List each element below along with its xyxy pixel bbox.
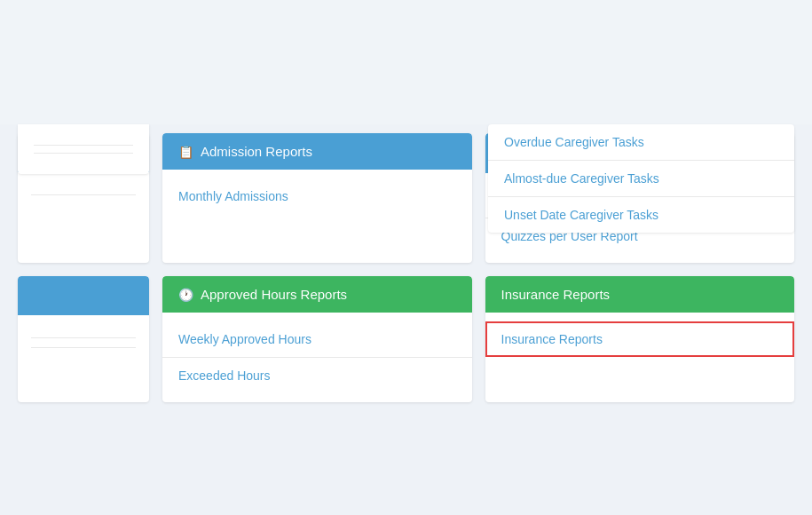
exceeded-hours-link[interactable]: Exceeded Hours [162,358,472,393]
weekly-approved-hours-link[interactable]: Weekly Approved Hours [162,321,472,358]
clock-icon [178,287,193,302]
unset-date-caregiver-tasks-link[interactable]: Unset Date Caregiver Tasks [488,197,794,233]
insurance-reports-header: Insurance Reports [485,276,795,313]
monthly-admissions-link[interactable]: Monthly Admissions [162,178,472,214]
admission-reports-card: Admission Reports Monthly Admissions [162,133,472,263]
approved-hours-body: Weekly Approved Hours Exceeded Hours [162,313,472,402]
divider [31,337,136,338]
page-wrapper: Overdue Caregiver Tasks Almost-due Careg… [0,124,812,515]
insurance-reports-card: Insurance Reports Insurance Reports [485,276,795,402]
top-left-card [18,124,149,174]
partial-header-2 [18,276,149,315]
approved-hours-card: Approved Hours Reports Weekly Approved H… [162,276,472,402]
top-right-card: Overdue Caregiver Tasks Almost-due Careg… [488,124,794,233]
divider [34,145,133,146]
insurance-reports-title: Insurance Reports [501,287,611,302]
approved-hours-title: Approved Hours Reports [201,287,347,302]
left-partial-card-2 [18,276,149,402]
top-left-card-body [18,124,149,174]
insurance-reports-body: Insurance Reports [485,313,795,366]
top-left-partial-card [18,124,149,174]
divider [34,153,133,154]
divider [31,194,136,195]
admission-reports-body: Monthly Admissions [162,170,472,223]
admission-reports-header: Admission Reports [162,133,472,170]
almost-due-caregiver-tasks-link[interactable]: Almost-due Caregiver Tasks [488,161,794,197]
partial-body-2 [18,315,149,370]
admission-reports-title: Admission Reports [201,144,312,159]
partial-card-2 [18,276,149,402]
overdue-caregiver-tasks-link[interactable]: Overdue Caregiver Tasks [488,124,794,161]
cards-row-2: Approved Hours Reports Weekly Approved H… [18,276,794,402]
insurance-reports-link[interactable]: Insurance Reports [485,321,795,357]
calendar-icon [178,144,193,159]
divider [31,347,136,348]
approved-hours-header: Approved Hours Reports [162,276,472,313]
partial-body-1 [18,172,149,218]
